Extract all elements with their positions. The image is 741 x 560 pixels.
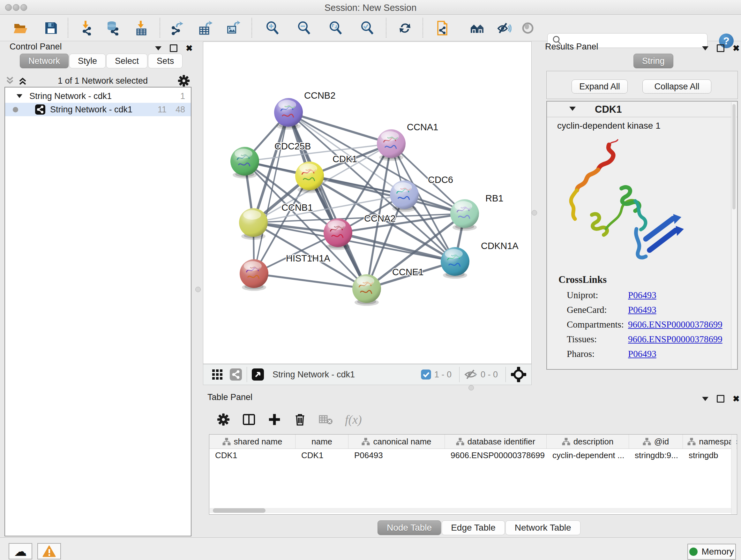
table-cell[interactable]: CDK1: [209, 449, 295, 462]
column-header-description[interactable]: description: [547, 435, 629, 449]
grid-view-icon[interactable]: [211, 368, 224, 381]
node-CDC6[interactable]: [390, 180, 419, 212]
gene-card-header[interactable]: CDK1: [547, 102, 737, 117]
table-horizontal-scrollbar[interactable]: [210, 508, 731, 513]
float-panel-icon[interactable]: [170, 44, 178, 52]
node-CDKN1A[interactable]: [441, 247, 469, 279]
panel-menu-icon[interactable]: [702, 397, 709, 401]
refresh-view-icon[interactable]: [397, 20, 413, 36]
panel-menu-icon[interactable]: [155, 46, 161, 51]
node-CCNB2[interactable]: [274, 98, 303, 130]
close-panel-icon[interactable]: ✖: [186, 44, 193, 52]
crosslink-link[interactable]: P06493: [628, 305, 657, 315]
save-session-icon[interactable]: [44, 20, 59, 36]
column-header-name[interactable]: name: [295, 435, 348, 449]
tab-sets[interactable]: Sets: [148, 54, 183, 68]
crosslink-link[interactable]: 9606.ENSP00000378699: [628, 334, 723, 345]
hide-selected-icon[interactable]: [496, 20, 512, 36]
export-image-icon[interactable]: [225, 20, 241, 36]
tab-network-table[interactable]: Network Table: [506, 520, 581, 535]
node-CDK1[interactable]: [295, 162, 324, 193]
panel-menu-icon[interactable]: [702, 46, 709, 51]
tab-edge-table[interactable]: Edge Table: [442, 520, 505, 535]
open-in-window-icon[interactable]: [252, 368, 264, 381]
export-network-icon[interactable]: [169, 20, 184, 36]
table-cell[interactable]: stringdb: [683, 449, 737, 462]
birds-eye-view-icon[interactable]: [510, 366, 527, 383]
float-panel-icon[interactable]: [717, 395, 724, 402]
edge-HIST1H1A-CCNE1[interactable]: [254, 273, 367, 289]
table-vertical-scrollbar[interactable]: [731, 435, 737, 514]
close-panel-icon[interactable]: ✖: [733, 395, 740, 403]
network-canvas[interactable]: CCNB2CCNA1CDC25BCDK1CDC6RB1CCNB1CCNA2CDK…: [203, 42, 532, 364]
hidden-eye-icon[interactable]: [464, 369, 477, 380]
node-HIST1H1A[interactable]: [240, 259, 268, 291]
delete-column-icon[interactable]: [293, 413, 307, 426]
node-CDC25B[interactable]: [230, 147, 259, 179]
zoom-in-icon[interactable]: [265, 20, 280, 36]
table-cell[interactable]: 9606.ENSP00000378699: [445, 449, 547, 462]
table-cell[interactable]: P06493: [348, 449, 445, 462]
scrollbar-thumb[interactable]: [213, 508, 266, 513]
zoom-selected-icon[interactable]: [360, 20, 375, 36]
table-header-row[interactable]: shared namenamecanonical namedatabase id…: [209, 435, 737, 449]
close-panel-icon[interactable]: ✖: [733, 44, 740, 52]
show-all-icon[interactable]: [520, 20, 536, 36]
cloud-status-button[interactable]: ☁: [9, 543, 32, 559]
node-CCNA2[interactable]: [324, 219, 352, 250]
open-file-icon[interactable]: [13, 20, 28, 36]
table-row[interactable]: CDK1CDK1P064939606.ENSP00000378699cyclin…: [209, 449, 737, 462]
tab-select[interactable]: Select: [106, 54, 147, 68]
import-network-from-database-icon[interactable]: [105, 20, 120, 36]
import-network-from-file-icon[interactable]: [78, 20, 94, 36]
edge-CCNB2-HIST1H1A[interactable]: [254, 112, 288, 273]
network-row-selected[interactable]: String Network - cdk1 11 48: [5, 103, 191, 116]
node-CCNB1[interactable]: [239, 208, 268, 240]
crosslink-link[interactable]: P06493: [628, 290, 657, 300]
export-table-icon[interactable]: [198, 20, 213, 36]
table-cell[interactable]: stringdb:9...: [629, 449, 683, 462]
node-RB1[interactable]: [450, 199, 479, 231]
edge-CCNB1-CDKN1A[interactable]: [253, 223, 455, 261]
string-network-graph[interactable]: CCNB2CCNA1CDC25BCDK1CDC6RB1CCNB1CCNA2CDK…: [203, 42, 531, 364]
first-neighbors-icon[interactable]: [469, 20, 485, 36]
left-splitter-grip[interactable]: [195, 287, 201, 292]
warnings-button[interactable]: [37, 543, 61, 559]
table-options-gear-icon[interactable]: [217, 413, 230, 426]
tab-style[interactable]: Style: [69, 54, 106, 68]
column-header-namespace[interactable]: namespace: [683, 435, 737, 449]
column-header--id[interactable]: @id: [629, 435, 683, 449]
expand-all-networks-icon[interactable]: [4, 76, 15, 85]
zoom-out-icon[interactable]: [296, 20, 312, 36]
network-options-gear-icon[interactable]: [178, 74, 190, 87]
bottom-splitter-grip[interactable]: [468, 385, 474, 390]
column-header-shared-name[interactable]: shared name: [209, 435, 295, 449]
right-splitter-grip[interactable]: [532, 210, 537, 215]
node-CCNE1[interactable]: [352, 274, 381, 306]
collapse-all-button[interactable]: Collapse All: [643, 79, 711, 94]
node-table[interactable]: shared namenamecanonical namedatabase id…: [209, 434, 737, 515]
add-column-icon[interactable]: [268, 413, 281, 426]
table-cell[interactable]: cyclin-dependent ...: [547, 449, 629, 462]
column-header-database-identifier[interactable]: database identifier: [445, 435, 547, 449]
results-scrollbar-thumb[interactable]: [732, 104, 736, 209]
crosslink-link[interactable]: 9606.ENSP00000378699: [628, 319, 723, 330]
collection-expand-icon[interactable]: [17, 94, 22, 98]
expand-all-button[interactable]: Expand All: [571, 79, 628, 94]
memory-button[interactable]: Memory: [687, 544, 736, 560]
crosslink-link[interactable]: P06493: [628, 349, 657, 359]
zoom-fit-content-icon[interactable]: [328, 20, 343, 36]
network-collection-row[interactable]: String Network - cdk1 1: [5, 89, 191, 103]
tab-string[interactable]: String: [633, 54, 673, 68]
results-scrollbar[interactable]: [731, 102, 737, 368]
network-share-icon[interactable]: [229, 368, 242, 381]
tab-node-table[interactable]: Node Table: [378, 520, 441, 535]
node-CCNA1[interactable]: [377, 129, 406, 161]
table-cell[interactable]: CDK1: [295, 449, 348, 462]
float-panel-icon[interactable]: [717, 44, 724, 52]
import-table-from-file-icon[interactable]: [133, 20, 149, 36]
tab-network[interactable]: Network: [20, 54, 69, 68]
collapse-all-networks-icon[interactable]: [17, 76, 28, 85]
show-columns-icon[interactable]: [242, 413, 256, 426]
new-network-from-selection-icon[interactable]: [435, 20, 450, 36]
